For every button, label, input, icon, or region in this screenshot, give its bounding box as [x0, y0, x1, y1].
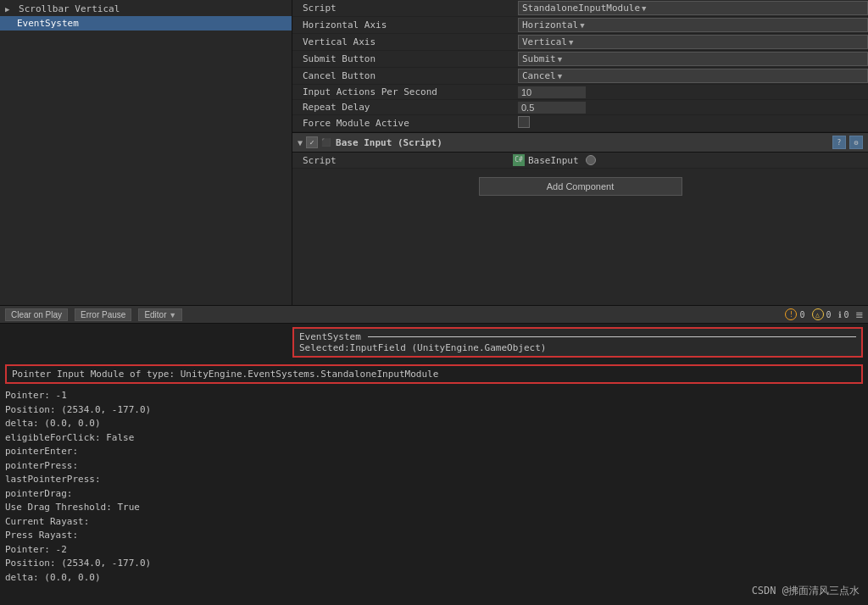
console-output: Pointer: -1Position: (2534.0, -177.0)del…	[0, 387, 868, 605]
input-actions-label: Input Actions Per Second	[292, 86, 513, 97]
submit-button-row: Submit Button Submit ▼	[292, 51, 868, 68]
chevron-down-icon: ▼	[580, 21, 584, 30]
top-area: ▶ Scrollbar Vertical EventSystem Script …	[0, 0, 868, 305]
console-line: Position: (2534.0, -177.0)	[5, 403, 863, 418]
event-system-title: EventSystem	[299, 331, 856, 342]
horizontal-axis-dropdown[interactable]: Horizontal ▼	[518, 18, 868, 32]
input-actions-row: Input Actions Per Second	[292, 85, 868, 100]
cancel-button-label: Cancel Button	[292, 70, 513, 81]
hierarchy-item-scrollbar[interactable]: ▶ Scrollbar Vertical	[0, 2, 292, 16]
repeat-delay-value	[513, 102, 868, 114]
arrow-icon: ▶	[5, 5, 9, 14]
console-line: pointerDrag:	[5, 487, 863, 502]
input-actions-value	[513, 86, 868, 98]
force-module-label: Force Module Active	[292, 118, 513, 129]
base-input-header: ▼ ✓ ⬛ Base Input (Script) ? ⚙	[292, 132, 868, 153]
error-icon: !	[785, 308, 797, 320]
console-line: lastPointerPress:	[5, 473, 863, 487]
cancel-button-row: Cancel Button Cancel ▼	[292, 68, 868, 85]
script-row: Script StandaloneInputModule ▼	[292, 0, 868, 17]
force-module-row: Force Module Active	[292, 115, 868, 132]
component-toggle[interactable]: ✓	[306, 136, 318, 148]
console-line: eligibleForClick: False	[5, 431, 863, 446]
editor-dropdown-arrow: ▼	[169, 311, 176, 319]
script-value: StandaloneInputModule ▼	[513, 1, 868, 15]
console-line: Press Rayast:	[5, 529, 863, 543]
event-system-selected: Selected:InputField (UnityEngine.GameObj…	[299, 342, 856, 353]
main-container: ▶ Scrollbar Vertical EventSystem Script …	[0, 0, 868, 605]
repeat-delay-input[interactable]	[518, 102, 586, 114]
repeat-delay-label: Repeat Delay	[292, 102, 513, 113]
horizontal-axis-row: Horizontal Axis Horizontal ▼	[292, 17, 868, 34]
component-fold-icon[interactable]: ▼	[298, 138, 303, 147]
console-line: Position: (2534.0, -177.0)	[5, 557, 863, 571]
component-settings-icon[interactable]: ⚙	[849, 136, 863, 149]
force-module-value	[513, 116, 868, 130]
watermark: CSDN @拂面清风三点水	[752, 584, 860, 598]
console-line: Use Drag Threshold: True	[5, 501, 863, 515]
event-system-box: EventSystem Selected:InputField (UnityEn…	[292, 327, 863, 358]
console-line: Pointer: -2	[5, 543, 863, 558]
console-line: delta: (0.0, 0.0)	[5, 571, 863, 586]
input-actions-input[interactable]	[518, 86, 586, 98]
console-line: Pointer: -1	[5, 389, 863, 403]
bottom-area: EventSystem Selected:InputField (UnityEn…	[0, 324, 868, 605]
inspector-panel: Script StandaloneInputModule ▼ Horizonta…	[292, 0, 868, 305]
component-help-icon[interactable]: ?	[832, 136, 846, 149]
script-dropdown[interactable]: StandaloneInputModule ▼	[518, 1, 868, 15]
hierarchy-panel: ▶ Scrollbar Vertical EventSystem	[0, 0, 292, 305]
vertical-axis-dropdown[interactable]: Vertical ▼	[518, 35, 868, 49]
pointer-input-header: Pointer Input Module of type: UnityEngin…	[12, 369, 856, 380]
base-input-script-row: Script C# BaseInput	[292, 153, 868, 169]
console-line: Current Rayast:	[5, 515, 863, 530]
console-line: pointerEnter:	[5, 445, 863, 459]
repeat-delay-row: Repeat Delay	[292, 100, 868, 115]
hierarchy-item-eventsystem[interactable]: EventSystem	[0, 16, 292, 31]
base-input-title: Base Input (Script)	[336, 137, 442, 148]
chevron-down-icon: ▼	[569, 38, 573, 47]
horizontal-axis-label: Horizontal Axis	[292, 19, 513, 31]
horizontal-axis-value: Horizontal ▼	[513, 18, 868, 32]
cancel-button-dropdown[interactable]: Cancel ▼	[518, 69, 868, 83]
chevron-down-icon: ▼	[558, 72, 562, 80]
add-component-button[interactable]: Add Component	[479, 177, 682, 196]
script-label: Script	[292, 3, 513, 14]
clear-on-play-button[interactable]: Clear on Play	[5, 308, 68, 321]
component-icon: ⬛	[321, 138, 331, 147]
warning-icon: △	[812, 308, 824, 320]
base-input-script-value: C# BaseInput	[513, 154, 863, 166]
info-count-item: ℹ 0	[838, 310, 849, 319]
info-icon: ℹ	[838, 310, 842, 319]
script-file-icon: C#	[513, 154, 525, 166]
add-component-container: Add Component	[292, 169, 868, 204]
vertical-axis-row: Vertical Axis Vertical ▼	[292, 34, 868, 51]
console-line: pointerPress:	[5, 459, 863, 474]
component-icons: ? ⚙	[832, 136, 863, 149]
collapse-icon[interactable]: ≡	[856, 308, 863, 321]
base-input-script-label: Script	[298, 155, 513, 166]
vertical-axis-label: Vertical Axis	[292, 36, 513, 47]
vertical-axis-value: Vertical ▼	[513, 35, 868, 49]
bottom-toolbar: Clear on Play Error Pause Editor ▼ ! 0 △…	[0, 305, 868, 324]
submit-button-dropdown[interactable]: Submit ▼	[518, 52, 868, 66]
console-line: delta: (0.0, 0.0)	[5, 417, 863, 431]
force-module-checkbox[interactable]	[518, 116, 530, 128]
warning-count-item: △ 0	[812, 308, 832, 320]
chevron-down-icon: ▼	[558, 55, 562, 64]
chevron-down-icon: ▼	[642, 4, 646, 13]
error-count-item: ! 0	[785, 308, 804, 320]
error-pause-button[interactable]: Error Pause	[75, 308, 131, 321]
submit-button-label: Submit Button	[292, 53, 513, 64]
submit-button-value: Submit ▼	[513, 52, 868, 66]
editor-button[interactable]: Editor ▼	[138, 308, 182, 321]
target-circle-icon[interactable]	[586, 155, 596, 165]
cancel-button-value: Cancel ▼	[513, 69, 868, 83]
pointer-input-box: Pointer Input Module of type: UnityEngin…	[5, 364, 863, 384]
